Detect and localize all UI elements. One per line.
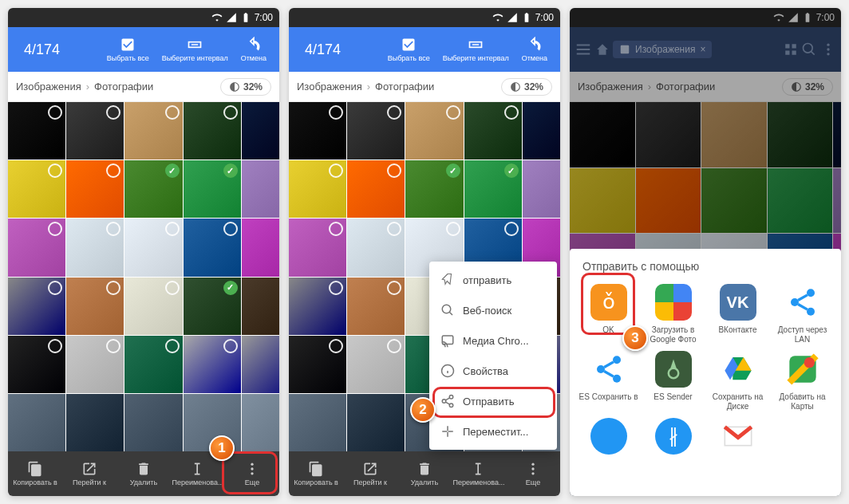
selection-check[interactable]	[165, 163, 180, 178]
selection-check[interactable]	[223, 222, 238, 236]
selection-check[interactable]	[165, 105, 180, 120]
selection-check[interactable]	[446, 105, 460, 120]
thumbnail[interactable]	[347, 219, 405, 276]
thumbnail[interactable]	[289, 394, 346, 451]
popup-send[interactable]: отправить	[429, 265, 557, 295]
thumbnail[interactable]	[8, 102, 65, 159]
rename-button[interactable]: Переименова...	[452, 451, 506, 496]
breadcrumb-item[interactable]: Фотографии	[94, 81, 153, 93]
share-lan[interactable]: Доступ через LAN	[772, 284, 833, 345]
storage-indicator[interactable]: 32%	[501, 78, 552, 96]
selection-check[interactable]	[223, 339, 238, 353]
thumbnail[interactable]	[242, 160, 279, 218]
cancel-button[interactable]: Отмена	[235, 27, 273, 72]
selection-check[interactable]	[504, 222, 519, 236]
goto-button[interactable]: Перейти к	[62, 451, 116, 496]
thumbnail[interactable]	[8, 278, 65, 335]
popup-props[interactable]: Свойства	[429, 356, 557, 386]
thumbnail[interactable]	[124, 336, 182, 393]
thumbnail[interactable]	[66, 394, 124, 451]
thumbnail[interactable]	[242, 219, 279, 276]
thumbnail[interactable]	[347, 160, 405, 218]
copy-button[interactable]: Копировать в	[8, 451, 62, 496]
select-all-button[interactable]: Выбрать все	[381, 27, 436, 72]
selection-check[interactable]	[223, 281, 238, 295]
share-essave[interactable]: ES Сохранить в	[578, 351, 639, 411]
selection-check[interactable]	[504, 105, 519, 120]
share-bluetooth[interactable]: ∦	[642, 418, 704, 459]
popup-move[interactable]: Переместит...	[429, 416, 557, 447]
selection-check[interactable]	[387, 281, 401, 295]
thumbnail[interactable]	[184, 336, 241, 393]
thumbnail[interactable]	[184, 102, 241, 159]
share-more-1[interactable]	[578, 418, 639, 459]
thumbnail[interactable]	[124, 394, 182, 451]
thumbnail[interactable]	[464, 160, 522, 218]
thumbnail[interactable]	[523, 102, 560, 159]
thumbnail[interactable]	[242, 278, 279, 335]
thumbnail[interactable]	[66, 160, 124, 218]
thumbnail[interactable]	[124, 278, 182, 335]
goto-button[interactable]: Перейти к	[343, 451, 397, 496]
select-interval-button[interactable]: Выберите интервал	[156, 27, 235, 72]
copy-button[interactable]: Копировать в	[289, 451, 343, 496]
thumbnail[interactable]	[242, 102, 279, 159]
thumbnail[interactable]	[347, 336, 405, 393]
thumbnail[interactable]	[66, 102, 124, 159]
thumbnail[interactable]	[184, 219, 241, 276]
selection-check[interactable]	[329, 339, 343, 353]
thumbnail[interactable]	[184, 160, 241, 218]
breadcrumb-item[interactable]: Фотографии	[375, 81, 434, 93]
share-vk[interactable]: VKВКонтакте	[707, 284, 768, 345]
thumbnail[interactable]	[347, 278, 405, 335]
share-gdrive[interactable]: Сохранить на Диске	[707, 351, 768, 411]
selection-check[interactable]	[446, 222, 460, 236]
thumbnail[interactable]	[289, 219, 346, 276]
more-button[interactable]: Еще	[506, 451, 560, 496]
thumbnail[interactable]	[347, 394, 405, 451]
delete-button[interactable]: Удалить	[116, 451, 171, 496]
more-button[interactable]: Еще	[225, 451, 279, 496]
thumbnail[interactable]	[289, 336, 346, 393]
thumbnail[interactable]	[8, 219, 65, 276]
selection-check[interactable]	[48, 339, 62, 353]
thumbnail[interactable]	[124, 160, 182, 218]
select-interval-button[interactable]: Выберите интервал	[436, 27, 515, 72]
selection-check[interactable]	[106, 339, 120, 353]
thumbnail[interactable]	[523, 160, 560, 218]
thumbnail[interactable]	[405, 102, 463, 159]
thumbnail[interactable]	[8, 160, 65, 218]
breadcrumb-item[interactable]: Изображения	[16, 81, 81, 93]
thumbnail[interactable]	[405, 160, 463, 218]
selection-check[interactable]	[223, 163, 238, 178]
selection-check[interactable]	[387, 339, 401, 353]
popup-share[interactable]: Отправить	[429, 386, 557, 416]
share-gmail[interactable]	[707, 418, 768, 459]
selection-check[interactable]	[106, 281, 120, 295]
selection-check[interactable]	[446, 163, 460, 178]
share-gphotos[interactable]: Загрузить в Google Фото	[642, 284, 704, 345]
thumbnail[interactable]	[124, 219, 182, 276]
thumbnail[interactable]	[184, 278, 241, 335]
thumbnail[interactable]	[242, 336, 279, 393]
selection-check[interactable]	[329, 281, 343, 295]
thumbnail[interactable]	[289, 278, 346, 335]
thumbnail[interactable]	[289, 160, 346, 218]
share-gmaps[interactable]: Добавить на Карты	[772, 351, 833, 411]
selection-check[interactable]	[504, 163, 519, 178]
share-essender[interactable]: ES Sender	[642, 351, 704, 411]
thumbnail[interactable]	[8, 336, 65, 393]
thumbnail[interactable]	[242, 394, 279, 451]
thumbnail[interactable]	[66, 336, 124, 393]
thumbnail[interactable]	[124, 102, 182, 159]
breadcrumb-item[interactable]: Изображения	[297, 81, 362, 93]
thumbnail[interactable]	[464, 102, 522, 159]
thumbnail[interactable]	[289, 102, 346, 159]
select-all-button[interactable]: Выбрать все	[101, 27, 156, 72]
popup-websearch[interactable]: Веб-поиск	[429, 295, 557, 325]
thumbnail[interactable]	[347, 102, 405, 159]
selection-check[interactable]	[223, 105, 238, 120]
cancel-button[interactable]: Отмена	[515, 27, 554, 72]
selection-check[interactable]	[165, 222, 180, 236]
storage-indicator[interactable]: 32%	[220, 78, 271, 96]
